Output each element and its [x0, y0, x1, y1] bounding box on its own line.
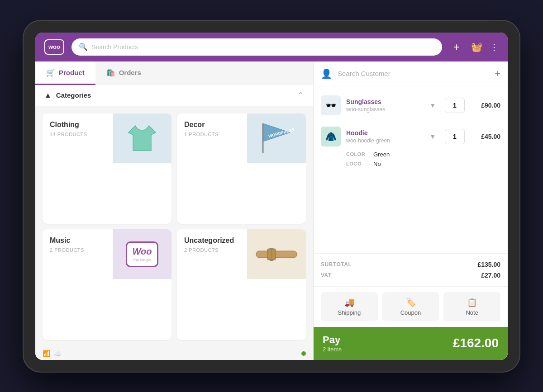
- header-add-button[interactable]: +: [449, 41, 464, 53]
- header: woo 🔍 Search Products + 🧺 ⋮: [35, 33, 508, 61]
- vat-label: VAT: [321, 272, 332, 279]
- product-grid: Clothing 14 PRODUCTS Decor: [35, 106, 313, 347]
- item-quantity[interactable]: 1: [445, 129, 465, 144]
- note-label: Note: [466, 309, 478, 316]
- pay-label: Pay: [323, 334, 342, 346]
- tab-product-label: Product: [59, 69, 85, 76]
- category-count: 1 PRODUCTS: [184, 132, 240, 137]
- item-thumbnail: 🧥: [321, 127, 341, 146]
- vat-amount: £27.00: [481, 272, 500, 279]
- category-name: Clothing: [50, 121, 105, 129]
- tablet-frame: woo 🔍 Search Products + 🧺 ⋮ 🛒 Product: [23, 20, 520, 373]
- customer-placeholder: Search Customer: [338, 70, 489, 77]
- order-items-list: 🕶️ Sunglasses woo-sunglasses ▼ 1 £90.00: [314, 86, 508, 253]
- decor-image: WORDPRESS: [247, 113, 306, 163]
- clothing-image: [113, 113, 171, 163]
- add-customer-button[interactable]: +: [495, 68, 500, 80]
- shipping-label: Shipping: [338, 309, 361, 316]
- shipping-button[interactable]: 🚚 Shipping: [321, 292, 378, 321]
- tab-orders[interactable]: 🛍️ Orders: [95, 61, 152, 85]
- customer-icon: 👤: [321, 68, 332, 79]
- logo-label: LOGO: [346, 161, 373, 166]
- category-name: Decor: [184, 121, 240, 129]
- right-panel: 👤 Search Customer + 🕶️ Sunglasses woo-su…: [313, 61, 508, 360]
- tab-product[interactable]: 🛒 Product: [35, 61, 95, 85]
- shipping-icon: 🚚: [344, 298, 354, 307]
- music-image: Woo the single: [113, 229, 171, 279]
- pay-amount: £162.00: [453, 336, 499, 350]
- pay-items-count: 2 items: [323, 346, 342, 353]
- action-buttons: 🚚 Shipping 🏷️ Coupon 📋 Note: [314, 286, 508, 327]
- category-count: 2 PRODUCTS: [184, 247, 240, 253]
- wifi-icon: 📶: [43, 350, 50, 357]
- logo-value: No: [373, 161, 381, 167]
- item-sku: woo-sunglasses: [346, 106, 424, 113]
- main-content: 🛒 Product 🛍️ Orders ▲ Categories ⌃: [35, 61, 508, 360]
- search-placeholder: Search Products: [91, 43, 138, 51]
- svg-rect-6: [270, 259, 273, 261]
- search-bar[interactable]: 🔍 Search Products: [71, 38, 442, 56]
- list-item[interactable]: Music 2 PRODUCTS Woo the single: [43, 229, 171, 340]
- status-dot: [301, 351, 306, 356]
- cart-icon: 🛒: [46, 68, 55, 77]
- item-variants: COLOR Green LOGO No: [321, 151, 500, 167]
- list-item[interactable]: Decor 1 PRODUCTS WORDPRESS: [177, 113, 306, 224]
- woo-logo: woo: [44, 39, 64, 55]
- more-options-icon[interactable]: ⋮: [490, 42, 499, 52]
- item-price: £90.00: [476, 102, 500, 109]
- list-item[interactable]: Uncategorized 2 PRODUCTS: [177, 229, 306, 340]
- category-name: Uncategorized: [184, 236, 240, 245]
- vat-row: VAT £27.00: [321, 270, 500, 281]
- tabs: 🛒 Product 🛍️ Orders: [35, 61, 313, 85]
- categories-toggle-icon[interactable]: ⌃: [297, 90, 304, 100]
- tablet-screen: woo 🔍 Search Products + 🧺 ⋮ 🛒 Product: [35, 33, 508, 360]
- customer-search[interactable]: 👤 Search Customer +: [314, 61, 508, 86]
- basket-icon[interactable]: 🧺: [471, 42, 482, 52]
- bag-icon: 🛍️: [106, 68, 115, 77]
- uncategorized-image: [247, 229, 306, 279]
- category-name: Music: [50, 236, 105, 245]
- subtotal-amount: £135.00: [477, 261, 500, 268]
- category-count: 14 PRODUCTS: [50, 132, 105, 137]
- item-quantity[interactable]: 1: [445, 98, 465, 113]
- item-name: Hoodie: [346, 129, 424, 137]
- svg-rect-3: [256, 251, 297, 258]
- order-item-hoodie: 🧥 Hoodie woo-hoodie-green ▼ 1 £45.00 C: [314, 121, 508, 173]
- subtotal-label: SUBTOTAL: [321, 261, 352, 268]
- svg-rect-5: [270, 248, 273, 250]
- expand-icon[interactable]: ▼: [429, 102, 436, 109]
- note-button[interactable]: 📋 Note: [443, 292, 500, 321]
- item-price: £45.00: [476, 133, 500, 140]
- order-item-sunglasses: 🕶️ Sunglasses woo-sunglasses ▼ 1 £90.00: [314, 90, 508, 121]
- left-panel: 🛒 Product 🛍️ Orders ▲ Categories ⌃: [35, 61, 313, 360]
- note-icon: 📋: [467, 298, 477, 307]
- coupon-button[interactable]: 🏷️ Coupon: [382, 292, 439, 321]
- categories-label: Categories: [56, 91, 91, 99]
- search-icon: 🔍: [79, 43, 88, 51]
- pay-button[interactable]: Pay 2 items £162.00: [314, 327, 508, 360]
- expand-icon[interactable]: ▼: [429, 133, 436, 140]
- coupon-label: Coupon: [400, 309, 421, 316]
- totals-section: SUBTOTAL £135.00 VAT £27.00: [314, 253, 508, 286]
- item-thumbnail: 🕶️: [321, 95, 341, 115]
- color-value: Green: [373, 151, 390, 158]
- item-sku: woo-hoodie-green: [346, 137, 424, 144]
- coupon-icon: 🏷️: [406, 298, 416, 307]
- categories-header: ▲ Categories ⌃: [35, 85, 313, 106]
- cloud-icon: ☁️: [54, 350, 62, 357]
- tab-orders-label: Orders: [119, 69, 141, 76]
- list-item[interactable]: Clothing 14 PRODUCTS: [43, 113, 171, 224]
- category-count: 2 PRODUCTS: [50, 247, 105, 253]
- subtotal-row: SUBTOTAL £135.00: [321, 259, 500, 270]
- color-label: COLOR: [346, 151, 373, 157]
- status-bar: 📶 ☁️: [35, 347, 313, 360]
- item-name: Sunglasses: [346, 98, 424, 105]
- categories-pyramid-icon: ▲: [44, 91, 52, 99]
